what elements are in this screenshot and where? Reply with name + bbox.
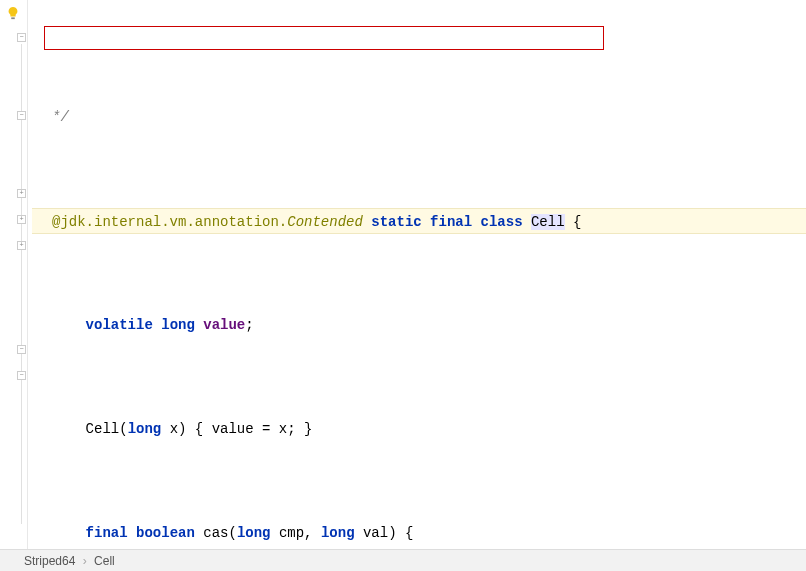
breadcrumb-item[interactable]: Cell: [94, 554, 115, 568]
fold-toggle[interactable]: −: [17, 371, 26, 380]
fold-toggle[interactable]: −: [17, 111, 26, 120]
class-name-cell: Cell: [531, 214, 565, 230]
fold-toggle[interactable]: −: [17, 33, 26, 42]
gutter: − − + + + − −: [0, 0, 28, 549]
fold-toggle[interactable]: −: [17, 345, 26, 354]
highlight-red-box: [44, 26, 604, 50]
chevron-right-icon: ›: [83, 554, 87, 568]
bulb-icon[interactable]: [6, 6, 20, 20]
comment-text: */: [52, 109, 69, 125]
code-text-area[interactable]: */ @jdk.internal.vm.annotation.Contended…: [28, 0, 806, 549]
fold-toggle[interactable]: +: [17, 241, 26, 250]
breadcrumb-item[interactable]: Striped64: [24, 554, 75, 568]
fold-toggle[interactable]: +: [17, 215, 26, 224]
highlighted-line: @jdk.internal.vm.annotation.Contended st…: [32, 208, 806, 234]
svg-rect-0: [11, 17, 15, 19]
code-editor[interactable]: − − + + + − − */ @jdk.internal.vm.annota…: [0, 0, 806, 549]
fold-toggle[interactable]: +: [17, 189, 26, 198]
breadcrumb: Striped64 › Cell: [0, 549, 806, 571]
